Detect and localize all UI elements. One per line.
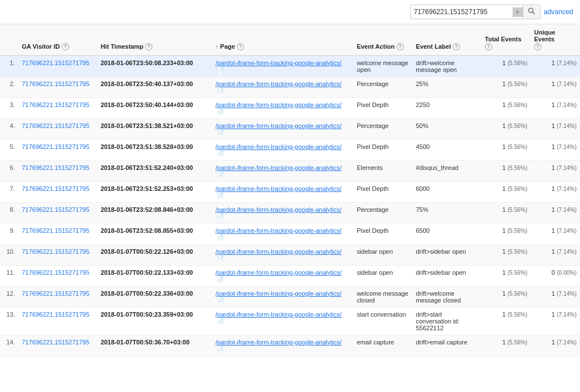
action-help-icon[interactable]: ?	[396, 43, 404, 50]
row-timestamp: 2018-01-06T23:51:52.240+03:00	[97, 160, 212, 181]
row-event-label: 75%	[412, 202, 481, 223]
search-clear-button[interactable]: ×	[513, 7, 523, 17]
page-url-link[interactable]: /pardot-iframe-form-tracking-google-anal…	[216, 206, 342, 213]
row-visitor: 717696221.1515271795	[18, 202, 97, 223]
search-input[interactable]	[411, 6, 513, 18]
col-header-visitor: GA Visitor ID ?	[18, 24, 97, 56]
row-event-action: Pixel Depth	[353, 97, 412, 118]
row-event-label: drift>sidebar open	[412, 265, 481, 286]
visitor-id-link[interactable]: 717696221.1515271795	[22, 206, 89, 213]
page-url-link[interactable]: /pardot-iframe-form-tracking-google-anal…	[216, 311, 342, 318]
total-pct: (5.56%)	[508, 186, 527, 192]
total-pct: (5.56%)	[508, 102, 527, 108]
page-url-link[interactable]: /pardot-iframe-form-tracking-google-anal…	[216, 101, 342, 108]
page-sort-icon[interactable]: ↑	[216, 44, 219, 50]
row-page: /pardot-iframe-form-tracking-google-anal…	[212, 202, 353, 223]
unique-pct: (7.14%)	[557, 249, 577, 255]
timestamp-value: 2018-01-06T23:52:08.855+03:00	[101, 227, 193, 234]
row-visitor: 717696221.1515271795	[18, 118, 97, 139]
row-number: 12.	[0, 286, 18, 307]
visitor-id-link[interactable]: 717696221.1515271795	[22, 227, 89, 234]
row-number: 8.	[0, 202, 18, 223]
page-link-icon: 📄	[217, 346, 224, 352]
row-event-label: drift>start conversation id: 55622112	[412, 307, 481, 335]
visitor-id-link[interactable]: 717696221.1515271795	[22, 248, 89, 255]
visitor-id-link[interactable]: 717696221.1515271795	[22, 143, 89, 150]
page-url-link[interactable]: /pardot-iframe-form-tracking-google-anal…	[216, 269, 342, 276]
visitor-id-link[interactable]: 717696221.1515271795	[22, 164, 89, 171]
col-page-label: Page	[220, 43, 235, 50]
row-timestamp: 2018-01-07T00:50:23.359+03:00	[97, 307, 212, 335]
page-url-link[interactable]: /pardot-iframe-form-tracking-google-anal…	[216, 227, 342, 234]
table-row: 14. 717696221.1515271795 2018-01-07T00:5…	[0, 335, 580, 356]
page-link-icon: 📄	[217, 255, 224, 262]
row-number: 11.	[0, 265, 18, 286]
col-visitor-label: GA Visitor ID	[22, 43, 59, 50]
unique-pct: (0.00%)	[557, 270, 577, 276]
row-number: 3.	[0, 97, 18, 118]
row-total-events: 1 (5.56%)	[481, 181, 531, 202]
data-table: GA Visitor ID ? Hit Timestamp ? ↑ Page ?	[0, 24, 580, 356]
col-total-label: Total Events	[485, 36, 522, 42]
timestamp-help-icon[interactable]: ?	[145, 43, 152, 50]
search-button[interactable]	[523, 5, 540, 19]
visitor-id-link[interactable]: 717696221.1515271795	[22, 269, 89, 276]
page-url-link[interactable]: /pardot-iframe-form-tracking-google-anal…	[216, 248, 342, 255]
col-header-timestamp: Hit Timestamp ?	[97, 24, 212, 56]
row-total-events: 1 (5.56%)	[481, 139, 531, 160]
row-total-events: 1 (5.56%)	[481, 97, 531, 118]
unique-pct: (7.14%)	[557, 60, 577, 66]
total-pct: (5.56%)	[508, 165, 527, 171]
row-event-action: Elements	[353, 160, 412, 181]
page-url-link[interactable]: /pardot-iframe-form-tracking-google-anal…	[216, 185, 342, 192]
col-header-page: ↑ Page ?	[212, 24, 353, 56]
visitor-help-icon[interactable]: ?	[62, 43, 69, 50]
page-url-link[interactable]: /pardot-iframe-form-tracking-google-anal…	[216, 164, 342, 171]
visitor-id-link[interactable]: 717696221.1515271795	[22, 185, 89, 192]
page-link-icon: 📄	[217, 276, 224, 283]
row-total-events: 1 (5.56%)	[481, 76, 531, 97]
row-event-action: Pixel Depth	[353, 223, 412, 244]
top-bar: × advanced	[0, 0, 580, 24]
visitor-id-link[interactable]: 717696221.1515271795	[22, 311, 89, 318]
page-url-link[interactable]: /pardot-iframe-form-tracking-google-anal…	[216, 290, 342, 297]
visitor-id-link[interactable]: 717696221.1515271795	[22, 339, 89, 346]
page-help-icon[interactable]: ?	[237, 43, 244, 50]
row-unique-events: 1 (7.14%)	[531, 56, 580, 77]
page-url-link[interactable]: /pardot-iframe-form-tracking-google-anal…	[216, 339, 342, 346]
page-url-link[interactable]: /pardot-iframe-form-tracking-google-anal…	[216, 122, 342, 129]
row-visitor: 717696221.1515271795	[18, 265, 97, 286]
row-total-events: 1 (5.56%)	[481, 335, 531, 356]
row-visitor: 717696221.1515271795	[18, 286, 97, 307]
table-row: 9. 717696221.1515271795 2018-01-06T23:52…	[0, 223, 580, 244]
page-url-link[interactable]: /pardot-iframe-form-tracking-google-anal…	[216, 143, 342, 150]
row-total-events: 1 (5.56%)	[481, 265, 531, 286]
visitor-id-link[interactable]: 717696221.1515271795	[22, 290, 89, 297]
row-page: /pardot-iframe-form-tracking-google-anal…	[212, 244, 353, 265]
total-pct: (5.56%)	[508, 60, 527, 66]
page-url-link[interactable]: /pardot-iframe-form-tracking-google-anal…	[216, 80, 342, 87]
total-pct: (5.56%)	[508, 144, 527, 150]
page-link-icon: 📄	[217, 235, 224, 241]
page-url-link[interactable]: /pardot-iframe-form-tracking-google-anal…	[216, 59, 342, 66]
row-event-action: Percentage	[353, 202, 412, 223]
unique-pct: (7.14%)	[557, 123, 577, 129]
label-help-icon[interactable]: ?	[453, 43, 460, 50]
col-header-total: Total Events ?	[481, 24, 531, 56]
row-page: /pardot-iframe-form-tracking-google-anal…	[212, 335, 353, 356]
advanced-link[interactable]: advanced	[544, 8, 573, 16]
visitor-id-link[interactable]: 717696221.1515271795	[22, 101, 89, 108]
row-unique-events: 1 (7.14%)	[531, 76, 580, 97]
visitor-id-link[interactable]: 717696221.1515271795	[22, 122, 89, 129]
unique-help-icon[interactable]: ?	[534, 43, 541, 50]
visitor-id-link[interactable]: 717696221.1515271795	[22, 80, 89, 87]
row-unique-events: 1 (7.14%)	[531, 202, 580, 223]
visitor-id-link[interactable]: 717696221.1515271795	[22, 59, 89, 66]
unique-pct: (7.14%)	[557, 81, 577, 87]
page-link-icon: 📄	[217, 214, 224, 220]
timestamp-value: 2018-01-07T00:50:36.70+03:00	[101, 339, 190, 346]
unique-pct: (7.14%)	[557, 186, 577, 192]
col-timestamp-label: Hit Timestamp	[101, 43, 144, 50]
total-help-icon[interactable]: ?	[485, 43, 492, 50]
row-event-label: #disqus_thread	[412, 160, 481, 181]
